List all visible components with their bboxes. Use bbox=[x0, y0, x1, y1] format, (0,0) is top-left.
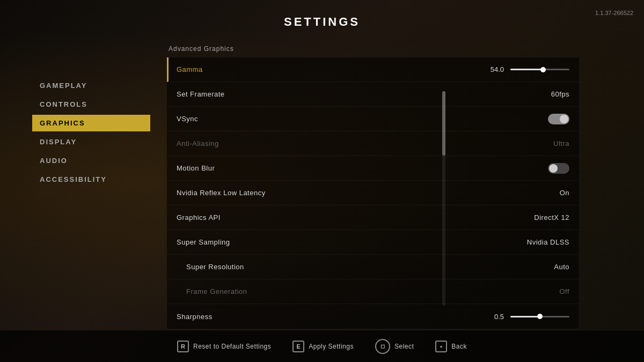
footer: R Reset to Default Settings E Apply Sett… bbox=[0, 330, 644, 362]
setting-name-frame-generation: Frame Generation bbox=[186, 287, 247, 295]
motionblur-toggle-knob bbox=[549, 164, 558, 173]
footer-action-reset[interactable]: R Reset to Default Settings bbox=[177, 341, 271, 352]
setting-row-super-resolution[interactable]: Super Resolution Auto bbox=[167, 255, 579, 279]
setting-name-super-sampling: Super Sampling bbox=[177, 238, 230, 246]
gamma-slider-fill bbox=[510, 69, 543, 70]
settings-list: Gamma 54.0 Set Framerate 60fps bbox=[166, 57, 580, 329]
footer-label-reset: Reset to Default Settings bbox=[193, 343, 271, 350]
key-badge-back: ▪ bbox=[435, 341, 447, 352]
footer-label-select: Select bbox=[394, 343, 414, 350]
setting-name-antialiasing: Anti-Aliasing bbox=[177, 139, 219, 147]
footer-action-apply[interactable]: E Apply Settings bbox=[292, 341, 354, 352]
setting-value-nvidia-reflex: On bbox=[560, 189, 569, 197]
page-title: SETTINGS bbox=[284, 15, 360, 28]
footer-label-apply: Apply Settings bbox=[309, 343, 354, 350]
setting-value-super-resolution: Auto bbox=[554, 263, 569, 271]
setting-value-frame-generation: Off bbox=[559, 287, 569, 295]
setting-row-graphics-api[interactable]: Graphics API DirectX 12 bbox=[167, 205, 579, 230]
setting-value-graphics-api: DirectX 12 bbox=[534, 213, 569, 221]
setting-row-framerate[interactable]: Set Framerate 60fps bbox=[167, 82, 579, 107]
setting-row-sharpness[interactable]: Sharpness 0.5 bbox=[167, 304, 579, 329]
gamma-slider-container: 54.0 bbox=[485, 65, 569, 73]
sidebar-item-gameplay[interactable]: GAMEPLAY bbox=[32, 77, 150, 94]
setting-name-gamma: Gamma bbox=[177, 65, 203, 73]
gamma-value: 54.0 bbox=[485, 65, 504, 73]
setting-value-antialiasing: Ultra bbox=[553, 139, 569, 147]
sharpness-slider-fill bbox=[510, 316, 540, 317]
sidebar-item-graphics[interactable]: GRAPHICS bbox=[32, 115, 150, 131]
setting-row-vsync[interactable]: VSync bbox=[167, 107, 579, 131]
sidebar-item-audio[interactable]: AUDIO bbox=[32, 152, 150, 169]
sidebar-item-accessibility[interactable]: ACCESSIBILITY bbox=[32, 171, 150, 188]
scrollbar-thumb[interactable] bbox=[442, 91, 445, 156]
sharpness-slider-container: 0.5 bbox=[485, 313, 569, 321]
sidebar-item-controls[interactable]: CONTROLS bbox=[32, 96, 150, 113]
footer-action-select[interactable]: ◻ Select bbox=[375, 339, 414, 354]
footer-action-back[interactable]: ▪ Back bbox=[435, 341, 467, 352]
sidebar-item-display[interactable]: DISPLAY bbox=[32, 134, 150, 150]
key-badge-reset: R bbox=[177, 341, 189, 352]
sharpness-slider-thumb[interactable] bbox=[537, 314, 543, 319]
setting-value-super-sampling: Nvidia DLSS bbox=[527, 238, 569, 246]
motionblur-toggle[interactable] bbox=[548, 163, 569, 174]
main-layout: GAMEPLAY CONTROLS GRAPHICS DISPLAY AUDIO… bbox=[0, 34, 644, 351]
key-badge-select: ◻ bbox=[375, 339, 390, 354]
setting-name-super-resolution: Super Resolution bbox=[186, 263, 244, 271]
setting-name-nvidia-reflex: Nvidia Reflex Low Latency bbox=[177, 189, 266, 197]
sharpness-value: 0.5 bbox=[485, 313, 504, 321]
section-label: Advanced Graphics bbox=[166, 45, 580, 53]
scrollbar-track[interactable] bbox=[442, 91, 445, 306]
settings-panel: Advanced Graphics Gamma 54.0 Set Fr bbox=[150, 34, 590, 351]
setting-name-sharpness: Sharpness bbox=[177, 313, 213, 321]
footer-label-back: Back bbox=[451, 343, 467, 350]
key-badge-apply: E bbox=[292, 341, 304, 352]
setting-row-gamma[interactable]: Gamma 54.0 bbox=[167, 57, 579, 82]
setting-name-graphics-api: Graphics API bbox=[177, 213, 221, 221]
version-label: 1.1.37-266522 bbox=[595, 10, 633, 16]
setting-row-antialiasing: Anti-Aliasing Ultra bbox=[167, 131, 579, 156]
setting-row-motionblur[interactable]: Motion Blur bbox=[167, 156, 579, 181]
setting-row-super-sampling[interactable]: Super Sampling Nvidia DLSS bbox=[167, 230, 579, 255]
sharpness-slider-track[interactable] bbox=[510, 316, 569, 317]
vsync-toggle[interactable] bbox=[548, 114, 569, 124]
vsync-toggle-knob bbox=[560, 115, 568, 123]
setting-value-framerate: 60fps bbox=[551, 90, 569, 98]
setting-name-motionblur: Motion Blur bbox=[177, 164, 215, 172]
gamma-slider-thumb[interactable] bbox=[540, 67, 546, 72]
setting-name-framerate: Set Framerate bbox=[177, 90, 225, 98]
gamma-slider-track[interactable] bbox=[510, 69, 569, 70]
setting-row-frame-generation: Frame Generation Off bbox=[167, 279, 579, 304]
setting-row-nvidia-reflex[interactable]: Nvidia Reflex Low Latency On bbox=[167, 181, 579, 205]
setting-name-vsync: VSync bbox=[177, 115, 198, 123]
settings-header: SETTINGS bbox=[0, 0, 644, 34]
sidebar: GAMEPLAY CONTROLS GRAPHICS DISPLAY AUDIO… bbox=[32, 34, 150, 351]
